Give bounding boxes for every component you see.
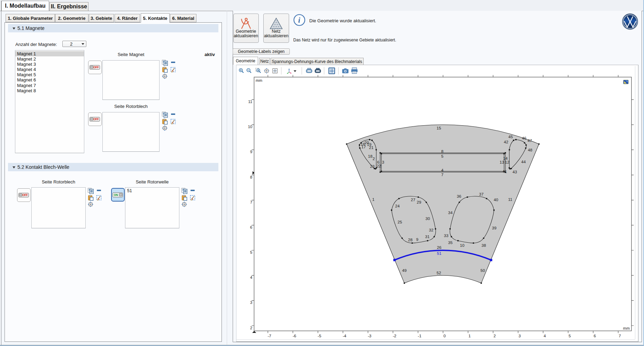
svg-text:9: 9 <box>416 237 418 242</box>
svg-text:8: 8 <box>250 175 252 179</box>
svg-text:4: 4 <box>441 168 444 172</box>
svg-text:17: 17 <box>362 145 366 149</box>
svg-text:5: 5 <box>441 154 443 158</box>
svg-text:5: 5 <box>250 250 252 254</box>
svg-text:3: 3 <box>382 160 384 164</box>
svg-text:37: 37 <box>479 192 484 196</box>
svg-text:mm: mm <box>256 78 262 82</box>
svg-text:21: 21 <box>369 146 374 150</box>
svg-text:48: 48 <box>528 148 533 152</box>
svg-text:39: 39 <box>492 226 497 230</box>
svg-text:11: 11 <box>508 197 512 202</box>
svg-text:12: 12 <box>505 160 510 164</box>
svg-text:50: 50 <box>481 268 485 273</box>
svg-text:41: 41 <box>503 170 507 174</box>
svg-text:7: 7 <box>441 173 443 177</box>
svg-text:45: 45 <box>509 135 513 139</box>
svg-text:-5: -5 <box>318 334 321 338</box>
svg-text:-2: -2 <box>393 334 396 338</box>
svg-text:-4: -4 <box>343 334 347 338</box>
svg-text:18: 18 <box>368 154 373 158</box>
svg-text:34: 34 <box>448 211 453 215</box>
svg-text:15: 15 <box>437 126 441 130</box>
svg-text:-3: -3 <box>368 334 371 338</box>
svg-text:38: 38 <box>482 243 486 247</box>
svg-text:42: 42 <box>504 140 509 144</box>
svg-text:26: 26 <box>437 245 442 250</box>
svg-text:52: 52 <box>437 271 441 275</box>
svg-text:2: 2 <box>250 326 252 330</box>
svg-text:-6: -6 <box>293 334 296 338</box>
svg-text:51: 51 <box>437 251 442 255</box>
svg-text:10: 10 <box>460 243 465 247</box>
svg-text:6: 6 <box>250 225 252 229</box>
svg-text:2: 2 <box>373 157 375 161</box>
svg-text:24: 24 <box>395 204 400 208</box>
svg-text:7: 7 <box>619 334 621 338</box>
svg-text:36: 36 <box>457 194 461 198</box>
svg-text:49: 49 <box>402 268 407 273</box>
svg-text:31: 31 <box>425 235 430 239</box>
svg-text:47: 47 <box>528 139 532 143</box>
svg-text:13: 13 <box>500 160 504 164</box>
svg-text:23: 23 <box>370 164 375 168</box>
svg-text:6: 6 <box>593 334 596 338</box>
svg-text:28: 28 <box>408 238 413 242</box>
svg-text:2: 2 <box>494 334 496 338</box>
svg-text:35: 35 <box>448 241 453 245</box>
svg-text:32: 32 <box>429 228 434 232</box>
svg-text:-7: -7 <box>267 334 271 338</box>
svg-text:29: 29 <box>417 200 421 204</box>
svg-text:1: 1 <box>468 334 471 338</box>
svg-text:9: 9 <box>250 150 252 154</box>
svg-text:10: 10 <box>248 125 253 129</box>
svg-text:4: 4 <box>544 334 546 338</box>
svg-text:1: 1 <box>372 197 374 202</box>
svg-text:3: 3 <box>519 334 521 338</box>
svg-text:22: 22 <box>377 164 381 168</box>
svg-text:46: 46 <box>522 136 527 140</box>
svg-text:4: 4 <box>250 275 253 280</box>
svg-text:5: 5 <box>569 334 571 338</box>
svg-text:3: 3 <box>250 300 252 305</box>
svg-text:43: 43 <box>513 170 517 174</box>
svg-text:25: 25 <box>398 220 402 224</box>
svg-text:27: 27 <box>411 198 416 202</box>
svg-text:-1: -1 <box>418 334 421 338</box>
svg-text:mm: mm <box>623 326 630 330</box>
svg-text:0: 0 <box>443 334 445 338</box>
svg-text:44: 44 <box>521 160 526 164</box>
svg-text:7: 7 <box>250 200 252 204</box>
svg-text:40: 40 <box>494 198 498 202</box>
svg-text:8: 8 <box>441 149 443 154</box>
svg-text:30: 30 <box>426 217 430 221</box>
svg-text:11: 11 <box>248 100 253 104</box>
svg-text:33: 33 <box>444 234 449 238</box>
